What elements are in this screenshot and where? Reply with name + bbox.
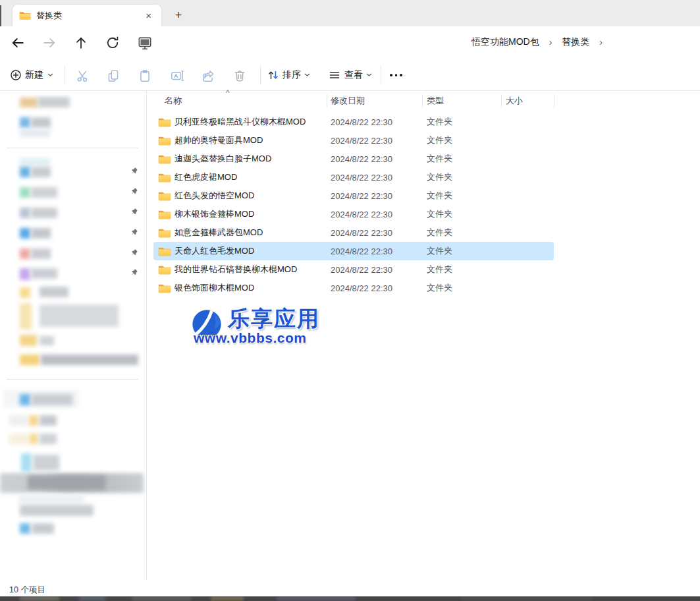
- tab-close-icon[interactable]: ×: [142, 9, 155, 22]
- sidebar-item[interactable]: [0, 494, 144, 504]
- file-row[interactable]: 迪迦头盔替换白脸子MOD 2024/8/22 22:30 文件夹: [153, 150, 554, 168]
- file-row[interactable]: 如意金箍棒武器包MOD 2024/8/22 22:30 文件夹: [153, 223, 554, 242]
- censored-block: [29, 415, 38, 426]
- back-icon[interactable]: [10, 35, 26, 51]
- censored-block: [20, 117, 30, 128]
- file-name: 贝利亚终极暗黑战斗仪柳木棍MOD: [175, 116, 306, 128]
- sidebar-item[interactable]: [0, 128, 144, 138]
- sidebar-item[interactable]: [0, 414, 144, 427]
- sidebar-item-pinned[interactable]: [0, 227, 144, 240]
- censored-block: [31, 187, 57, 198]
- sidebar-item[interactable]: [0, 333, 144, 347]
- file-name-cell: 超帅的奥特曼面具MOD: [153, 134, 327, 146]
- censored-block: [31, 167, 51, 177]
- sidebar-item[interactable]: [0, 522, 144, 535]
- file-date: 2024/8/22 22:30: [327, 154, 422, 164]
- file-row[interactable]: 超帅的奥特曼面具MOD 2024/8/22 22:30 文件夹: [153, 131, 554, 150]
- file-row[interactable]: 贝利亚终极暗黑战斗仪柳木棍MOD 2024/8/22 22:30 文件夹: [153, 113, 554, 131]
- command-toolbar: 新建 排序 查看: [0, 59, 700, 91]
- folder-icon: [158, 135, 171, 146]
- censored-block: [20, 268, 30, 280]
- file-date: 2024/8/22 22:30: [327, 173, 422, 183]
- tab-bar: 替换类 × +: [0, 0, 700, 26]
- censored-block: [20, 355, 40, 365]
- column-header-type[interactable]: 类型: [422, 95, 501, 107]
- refresh-icon[interactable]: [105, 35, 121, 51]
- chevron-right-icon[interactable]: ›: [599, 37, 603, 47]
- file-name: 如意金箍棒武器包MOD: [175, 227, 263, 239]
- watermark-url: www.vbbbs.com: [194, 330, 306, 346]
- column-divider[interactable]: [422, 94, 423, 107]
- view-icon[interactable]: [328, 69, 341, 82]
- watermark: 乐享应用 www.vbbbs.com: [190, 303, 348, 351]
- censored-block: [20, 208, 30, 218]
- file-name-cell: 红色头发的悟空MOD: [153, 190, 327, 202]
- sort-button[interactable]: 排序: [283, 69, 301, 81]
- paste-icon[interactable]: [138, 69, 151, 82]
- navigation-bar: 悟空功能MOD包 › 替换类 ›: [0, 26, 700, 59]
- explorer-tab[interactable]: 替换类 ×: [12, 4, 162, 26]
- sidebar-item-pinned[interactable]: [0, 165, 144, 179]
- file-name: 我的世界钻石镐替换柳木棍MOD: [175, 264, 297, 275]
- sidebar-item-selected[interactable]: [0, 473, 144, 494]
- chevron-down-icon[interactable]: [304, 72, 310, 77]
- copy-icon[interactable]: [106, 69, 119, 82]
- chevron-right-icon[interactable]: ›: [549, 37, 552, 47]
- cut-icon[interactable]: [76, 69, 89, 82]
- column-header-date[interactable]: 修改日期: [327, 95, 422, 107]
- file-row[interactable]: 天命人红色毛发MOD 2024/8/22 22:30 文件夹: [153, 242, 554, 260]
- column-divider[interactable]: [554, 94, 554, 107]
- file-row[interactable]: 银色饰面柳木棍MOD 2024/8/22 22:30 文件夹: [153, 279, 554, 297]
- file-list-pane: ^ 名称 修改日期 类型 大小 贝利亚终极暗黑战斗仪柳木棍MOD 2024/8/…: [151, 91, 700, 581]
- new-item-icon[interactable]: [9, 69, 22, 82]
- file-type: 文件夹: [422, 190, 501, 202]
- forward-icon[interactable]: [41, 35, 57, 51]
- sidebar-item-pinned[interactable]: [0, 247, 144, 260]
- sidebar-item[interactable]: [0, 96, 144, 111]
- file-date: 2024/8/22 22:30: [327, 117, 422, 127]
- new-tab-icon[interactable]: +: [170, 7, 187, 24]
- file-row[interactable]: 我的世界钻石镐替换柳木棍MOD 2024/8/22 22:30 文件夹: [153, 260, 554, 279]
- sidebar-item[interactable]: [0, 389, 144, 409]
- sidebar-item-pinned[interactable]: [0, 186, 144, 199]
- sort-icon[interactable]: [267, 69, 280, 82]
- column-header-size[interactable]: 大小: [501, 95, 554, 107]
- up-icon[interactable]: [73, 35, 89, 51]
- column-header-name[interactable]: 名称: [153, 95, 327, 107]
- censored-block: [20, 98, 38, 107]
- file-date: 2024/8/22 22:30: [327, 228, 422, 238]
- share-icon[interactable]: [201, 69, 214, 82]
- more-options-icon[interactable]: [390, 74, 402, 76]
- pane-divider: [146, 91, 147, 580]
- column-divider[interactable]: [501, 94, 502, 107]
- delete-icon[interactable]: [232, 69, 246, 82]
- censored-block: [20, 523, 30, 534]
- censored-block: [28, 476, 105, 490]
- sidebar-item[interactable]: [0, 432, 144, 445]
- chevron-down-icon[interactable]: [47, 72, 53, 77]
- file-name-cell: 贝利亚终极暗黑战斗仪柳木棍MOD: [153, 116, 327, 128]
- file-date: 2024/8/22 22:30: [327, 246, 422, 256]
- sidebar-item[interactable]: [0, 157, 144, 166]
- new-button[interactable]: 新建: [25, 69, 43, 81]
- censored-block: [29, 434, 38, 444]
- sidebar-item[interactable]: [0, 353, 144, 366]
- sidebar-item[interactable]: [0, 286, 144, 299]
- rename-icon[interactable]: [170, 69, 183, 82]
- file-row[interactable]: 红色头发的悟空MOD 2024/8/22 22:30 文件夹: [153, 186, 554, 205]
- file-row[interactable]: 柳木银饰金箍棒MOD 2024/8/22 22:30 文件夹: [153, 205, 554, 223]
- breadcrumb-item[interactable]: 替换类: [562, 36, 589, 48]
- breadcrumb-item[interactable]: 悟空功能MOD包: [471, 36, 539, 48]
- sidebar-item-pinned[interactable]: [0, 267, 144, 283]
- chevron-down-icon[interactable]: [366, 72, 372, 77]
- file-date: 2024/8/22 22:30: [327, 136, 422, 146]
- censored-block: [9, 415, 28, 426]
- sidebar-item[interactable]: [0, 302, 144, 331]
- view-button[interactable]: 查看: [344, 69, 363, 81]
- file-row[interactable]: 红色虎皮裙MOD 2024/8/22 22:30 文件夹: [153, 168, 554, 186]
- sidebar-item[interactable]: [0, 452, 144, 473]
- sidebar-item-pinned[interactable]: [0, 206, 144, 219]
- sidebar-item[interactable]: [0, 503, 144, 517]
- column-divider[interactable]: [327, 94, 327, 107]
- censored-block: [20, 187, 30, 198]
